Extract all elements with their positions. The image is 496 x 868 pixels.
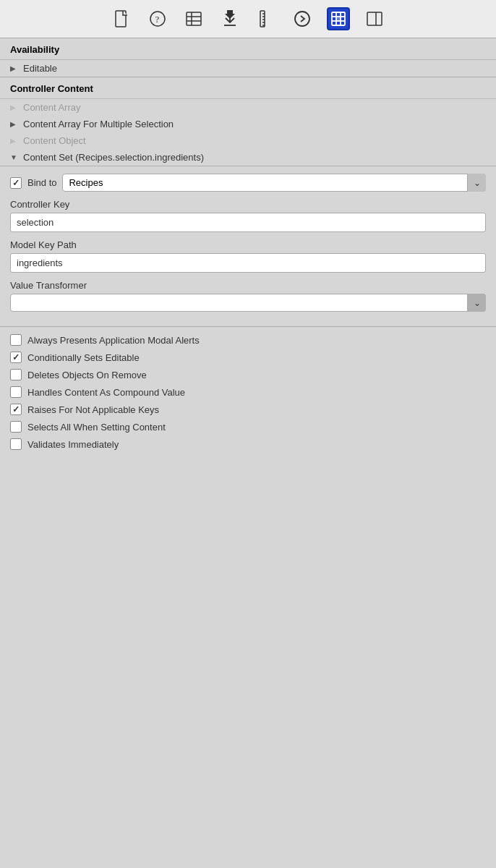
option-validates-immediately-checkbox[interactable] [10, 438, 22, 450]
model-key-path-group: Model Key Path [10, 239, 486, 273]
binding-area: Bind to Recipes ⌄ Controller Key Model K… [0, 166, 496, 326]
controller-content-title: Controller Content [0, 77, 496, 99]
content-array-multiple-label: Content Array For Multiple Selection [23, 119, 174, 129]
panel-icon[interactable] [363, 7, 386, 30]
availability-title: Availability [0, 38, 496, 60]
option-handles-content-checkbox[interactable] [10, 386, 22, 398]
value-transformer-select[interactable] [10, 294, 486, 312]
option-selects-all: Selects All When Setting Content [10, 418, 486, 435]
editable-arrow: ▶ [10, 64, 19, 72]
controller-key-group: Controller Key [10, 199, 486, 232]
value-transformer-label: Value Transformer [10, 280, 486, 291]
toolbar: ? [0, 0, 496, 38]
content-array-arrow: ▶ [10, 103, 19, 111]
option-selects-all-label: Selects All When Setting Content [27, 422, 166, 433]
content-object-row[interactable]: ▶ Content Object [0, 132, 496, 149]
option-deletes-objects-label: Deletes Objects On Remove [27, 370, 147, 380]
file-icon[interactable] [110, 7, 133, 30]
svg-rect-22 [367, 12, 382, 25]
option-always-presents: Always Presents Application Modal Alerts [10, 331, 486, 349]
svg-point-15 [295, 12, 309, 26]
option-raises-for-not-applicable: Raises For Not Applicable Keys [10, 401, 486, 418]
controller-key-input[interactable] [10, 213, 486, 232]
option-validates-immediately-label: Validates Immediately [27, 439, 119, 450]
controller-key-label: Controller Key [10, 199, 486, 210]
option-deletes-objects-checkbox[interactable] [10, 369, 22, 380]
content-set-arrow: ▼ [10, 153, 19, 161]
value-transformer-group: Value Transformer ⌄ [10, 280, 486, 312]
arrow-right-icon[interactable] [291, 7, 314, 30]
content-array-multiple-arrow: ▶ [10, 120, 19, 128]
option-always-presents-label: Always Presents Application Modal Alerts [27, 335, 200, 346]
controller-content-section: Controller Content ▶ Content Array ▶ Con… [0, 77, 496, 166]
option-selects-all-checkbox[interactable] [10, 421, 22, 433]
option-raises-for-not-applicable-label: Raises For Not Applicable Keys [27, 404, 159, 415]
model-key-path-input[interactable] [10, 253, 486, 273]
svg-rect-21 [336, 17, 341, 21]
bind-to-checkbox[interactable] [10, 177, 22, 189]
svg-rect-3 [187, 12, 201, 25]
content-array-row[interactable]: ▶ Content Array [0, 99, 496, 116]
bind-to-select-wrapper: Recipes ⌄ [62, 174, 486, 192]
model-key-path-label: Model Key Path [10, 239, 486, 250]
option-deletes-objects: Deletes Objects On Remove [10, 366, 486, 383]
download-icon[interactable] [218, 7, 241, 30]
content-array-multiple-row[interactable]: ▶ Content Array For Multiple Selection [0, 116, 496, 132]
content-array-label: Content Array [23, 102, 81, 113]
availability-editable-row[interactable]: ▶ Editable [0, 60, 496, 77]
option-conditionally-sets-editable-label: Conditionally Sets Editable [27, 352, 140, 363]
grid-icon[interactable] [327, 7, 350, 30]
option-always-presents-checkbox[interactable] [10, 334, 22, 346]
editable-label: Editable [23, 63, 57, 74]
option-validates-immediately: Validates Immediately [10, 435, 486, 453]
list-icon[interactable] [182, 7, 205, 30]
option-conditionally-sets-editable-checkbox[interactable] [10, 352, 22, 363]
bind-to-row: Bind to Recipes ⌄ [10, 174, 486, 192]
option-handles-content-label: Handles Content As Compound Value [27, 387, 185, 398]
option-conditionally-sets-editable: Conditionally Sets Editable [10, 349, 486, 366]
option-raises-for-not-applicable-checkbox[interactable] [10, 404, 22, 415]
svg-marker-8 [225, 10, 235, 19]
content-object-arrow: ▶ [10, 137, 19, 145]
help-icon[interactable]: ? [146, 7, 169, 30]
content-set-label: Content Set (Recipes.selection.ingredien… [23, 152, 204, 163]
bind-to-label: Bind to [27, 177, 56, 188]
svg-text:?: ? [155, 14, 160, 25]
content-set-row[interactable]: ▼ Content Set (Recipes.selection.ingredi… [0, 149, 496, 166]
option-handles-content: Handles Content As Compound Value [10, 383, 486, 401]
availability-section: Availability ▶ Editable [0, 38, 496, 77]
ruler-icon[interactable] [255, 7, 278, 30]
bind-to-select[interactable]: Recipes [62, 174, 486, 192]
options-list: Always Presents Application Modal Alerts… [0, 327, 496, 457]
content-object-label: Content Object [23, 135, 86, 146]
value-transformer-select-wrapper: ⌄ [10, 294, 486, 312]
